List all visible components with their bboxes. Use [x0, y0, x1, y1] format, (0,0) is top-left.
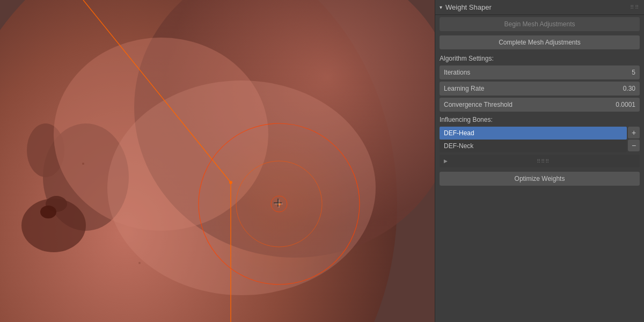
learning-rate-value: 0.30 — [609, 85, 635, 92]
bones-list-area: DEF-Head DEF-Neck — [440, 127, 627, 152]
collapse-arrow-icon[interactable]: ▾ — [440, 4, 442, 10]
svg-point-20 — [138, 262, 141, 264]
sub-item-dots-icon: ⠿⠿⠿ — [451, 158, 635, 164]
iterations-label: Iterations — [444, 69, 609, 76]
iterations-row[interactable]: Iterations 5 — [440, 65, 640, 79]
optimize-weights-button[interactable]: Optimize Weights — [440, 172, 640, 186]
add-bone-button[interactable]: + — [628, 127, 640, 138]
algorithm-settings-label: Algorithm Settings: — [435, 52, 644, 64]
learning-rate-label: Learning Rate — [444, 85, 609, 92]
sub-item-arrow-icon: ▶ — [444, 158, 448, 164]
bone-sub-item-row[interactable]: ▶ ⠿⠿⠿ — [440, 155, 640, 167]
bones-row: DEF-Head DEF-Neck + − — [440, 127, 640, 152]
bone-item-def-head[interactable]: DEF-Head — [440, 127, 627, 140]
weight-shaper-panel: ▾ Weight Shaper ⠿⠿ Begin Mesh Adjustment… — [435, 0, 644, 322]
svg-point-6 — [40, 206, 56, 218]
panel-title: Weight Shaper — [445, 3, 492, 11]
viewport-3d[interactable] — [0, 0, 435, 322]
learning-rate-row[interactable]: Learning Rate 0.30 — [440, 82, 640, 96]
panel-header-left: ▾ Weight Shaper — [440, 3, 492, 11]
convergence-threshold-value: 0.0001 — [609, 101, 635, 108]
iterations-value: 5 — [609, 69, 635, 76]
svg-point-21 — [82, 163, 84, 165]
panel-header: ▾ Weight Shaper ⠿⠿ — [435, 0, 644, 15]
begin-mesh-adjustments-button[interactable]: Begin Mesh Adjustments — [440, 17, 640, 31]
bones-side-buttons: + − — [628, 127, 640, 152]
panel-drag-handle-icon: ⠿⠿ — [630, 4, 640, 10]
complete-mesh-adjustments-button[interactable]: Complete Mesh Adjustments — [440, 35, 640, 49]
convergence-threshold-label: Convergence Threshold — [444, 101, 609, 108]
bone-item-def-neck[interactable]: DEF-Neck — [440, 140, 627, 152]
remove-bone-button[interactable]: − — [628, 140, 640, 151]
influencing-bones-label: Influencing Bones: — [435, 113, 644, 126]
convergence-threshold-row[interactable]: Convergence Threshold 0.0001 — [440, 98, 640, 112]
